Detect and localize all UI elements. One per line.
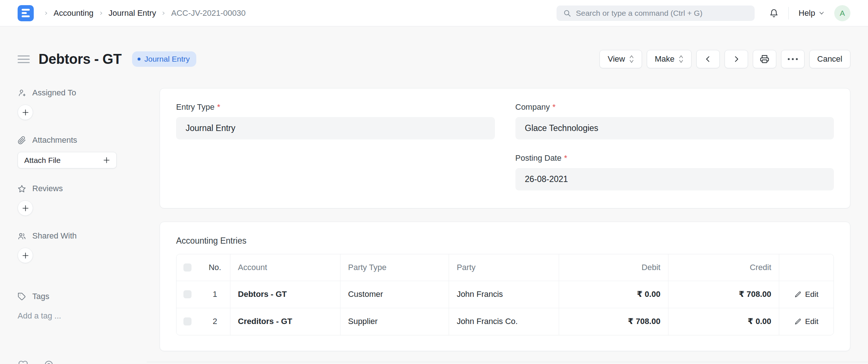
credit-cell[interactable]: ₹ 708.00 (668, 281, 779, 308)
previous-document-button[interactable] (696, 50, 720, 68)
pencil-icon (795, 291, 802, 298)
ellipsis-icon (787, 58, 799, 61)
company-label: Company (515, 102, 550, 112)
row-checkbox[interactable] (183, 317, 192, 325)
table-row: 1 Debtors - GT Customer John Francis ₹ 0… (176, 281, 834, 308)
chevron-right-icon (99, 10, 103, 17)
accounting-entries-table: No. Account Party Type Party Debit Credi… (176, 254, 834, 335)
pencil-icon (795, 318, 802, 325)
account-cell[interactable]: Debtors - GT (230, 281, 340, 308)
chevron-right-icon (161, 10, 165, 17)
column-header-party: Party (449, 254, 559, 281)
accounting-entries-title: Accounting Entries (176, 236, 834, 246)
right-column: Company * Glace Technologies Posting Dat… (515, 102, 834, 190)
notifications-button[interactable] (769, 8, 778, 18)
add-share-button[interactable] (18, 248, 33, 263)
tags-section: Tags (18, 292, 160, 301)
users-icon (18, 232, 26, 240)
journal-entry-form-card: Entry Type * Journal Entry Company * Gla… (160, 88, 850, 208)
select-chevrons-icon (629, 54, 634, 64)
sidebar-toggle-icon[interactable] (18, 54, 30, 65)
badge-dot (138, 58, 141, 61)
section-divider (147, 362, 868, 362)
reviews-section: Reviews (18, 184, 160, 193)
entry-type-input[interactable]: Journal Entry (176, 117, 495, 139)
column-header-party-type: Party Type (340, 254, 449, 281)
search-input[interactable]: Search or type a command (Ctrl + G) (557, 6, 755, 21)
print-button[interactable] (753, 50, 776, 68)
chevron-right-icon (733, 55, 740, 63)
required-marker: * (552, 102, 556, 112)
app-logo[interactable] (18, 5, 34, 21)
sidebar-footer-icons (18, 360, 54, 364)
debit-cell[interactable]: ₹ 708.00 (559, 308, 668, 335)
posting-date-input[interactable]: 26-08-2021 (515, 168, 834, 190)
tags-label: Tags (32, 292, 49, 301)
add-assignment-button[interactable] (18, 105, 33, 120)
search-icon (563, 9, 571, 17)
column-header-no: No. (200, 254, 230, 281)
make-button[interactable]: Make (647, 50, 692, 68)
required-marker: * (217, 102, 220, 112)
select-all-checkbox[interactable] (183, 263, 192, 272)
page-actions: View Make (599, 50, 850, 68)
attach-file-button[interactable]: Attach File (18, 152, 117, 168)
row-number: 1 (200, 281, 230, 308)
cancel-button[interactable]: Cancel (809, 50, 850, 68)
edit-row-button[interactable]: Edit (787, 317, 826, 326)
add-tag-input[interactable]: Add a tag ... (18, 311, 160, 321)
breadcrumb-journal-entry[interactable]: Journal Entry (109, 8, 156, 18)
assigned-to-section: Assigned To (18, 88, 160, 98)
breadcrumb: Accounting Journal Entry ACC-JV-2021-000… (44, 8, 246, 18)
top-navbar: Accounting Journal Entry ACC-JV-2021-000… (0, 0, 868, 26)
app-screen: Accounting Journal Entry ACC-JV-2021-000… (0, 0, 868, 364)
select-chevrons-icon (679, 54, 683, 64)
column-header-credit: Credit (668, 254, 779, 281)
entry-type-label: Entry Type (176, 102, 215, 112)
column-header-actions (779, 254, 834, 281)
help-label: Help (799, 8, 815, 18)
company-input[interactable]: Glace Technologies (515, 117, 834, 139)
company-field: Company * Glace Technologies (515, 102, 834, 139)
navbar-divider (788, 7, 789, 19)
account-cell[interactable]: Creditors - GT (230, 308, 340, 335)
credit-cell[interactable]: ₹ 0.00 (668, 308, 779, 335)
row-checkbox[interactable] (183, 290, 192, 298)
chevron-right-icon (44, 10, 48, 17)
chevron-left-icon (704, 55, 712, 63)
table-header-row: No. Account Party Type Party Debit Credi… (176, 254, 834, 281)
bell-icon (769, 8, 778, 18)
party-type-cell[interactable]: Supplier (340, 308, 449, 335)
posting-date-label: Posting Date (515, 153, 562, 163)
entry-type-field: Entry Type * Journal Entry (176, 102, 495, 139)
star-icon (18, 185, 26, 193)
assigned-to-label: Assigned To (32, 88, 76, 98)
search-placeholder: Search or type a command (Ctrl + G) (576, 9, 703, 18)
next-document-button[interactable] (725, 50, 748, 68)
more-options-button[interactable] (781, 50, 805, 68)
debit-cell[interactable]: ₹ 0.00 (559, 281, 668, 308)
reviews-label: Reviews (32, 184, 63, 193)
left-column: Entry Type * Journal Entry (176, 102, 495, 190)
breadcrumb-accounting[interactable]: Accounting (54, 8, 94, 18)
edit-row-button[interactable]: Edit (787, 290, 826, 299)
add-review-button[interactable] (18, 200, 33, 216)
shared-with-label: Shared With (32, 231, 77, 241)
plus-icon (103, 157, 110, 164)
user-avatar[interactable]: A (834, 5, 850, 21)
party-cell[interactable]: John Francis Co. (449, 308, 559, 335)
help-menu[interactable]: Help (799, 8, 824, 18)
page-title: Debtors - GT (39, 51, 122, 67)
form-sidebar: Assigned To Attachments Attach File Revi… (18, 88, 160, 321)
view-button[interactable]: View (599, 50, 642, 68)
column-header-debit: Debit (559, 254, 668, 281)
plus-icon (22, 109, 29, 116)
shared-with-section: Shared With (18, 231, 160, 241)
paperclip-icon (18, 136, 26, 145)
table-row: 2 Creditors - GT Supplier John Francis C… (176, 308, 834, 335)
content-area: Assigned To Attachments Attach File Revi… (0, 88, 868, 351)
column-header-account: Account (230, 254, 340, 281)
party-type-cell[interactable]: Customer (340, 281, 449, 308)
attachments-label: Attachments (32, 135, 77, 145)
party-cell[interactable]: John Francis (449, 281, 559, 308)
